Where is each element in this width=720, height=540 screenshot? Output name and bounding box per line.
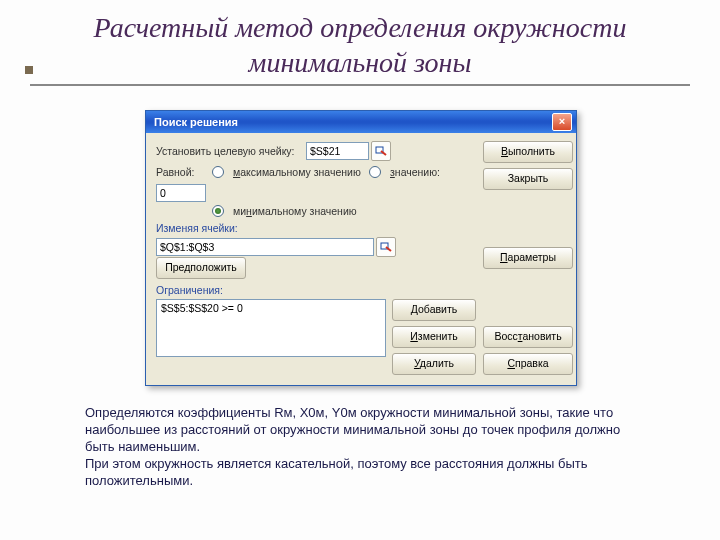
help-button[interactable]: Справка [483, 353, 573, 375]
constraints-label: Ограничения: [156, 284, 477, 296]
suggest-button[interactable]: Предположить [156, 257, 246, 279]
dialog-right-panel: Выполнить Закрыть Параметры Восстановить… [477, 141, 568, 375]
dialog-titlebar[interactable]: Поиск решения × [146, 111, 576, 133]
edit-button[interactable]: Изменить [392, 326, 476, 348]
title-divider [30, 84, 690, 86]
ref-picker-icon-2[interactable] [376, 237, 396, 257]
target-cell-label: Установить целевую ячейку: [156, 145, 306, 157]
delete-button[interactable]: Удалить [392, 353, 476, 375]
dialog-left-panel: Установить целевую ячейку: Равной: ммакс… [156, 141, 477, 375]
radio-value[interactable] [369, 166, 381, 178]
dialog-title: Поиск решения [154, 116, 552, 128]
slide-bullet [25, 66, 33, 74]
value-input[interactable] [156, 184, 206, 202]
radio-max[interactable] [212, 166, 224, 178]
constraints-list[interactable]: $S$5:$S$20 >= 0 [156, 299, 386, 357]
changing-cells-label: Изменяя ячейки: [156, 222, 477, 234]
target-cell-input[interactable] [306, 142, 369, 160]
params-button[interactable]: Параметры [483, 247, 573, 269]
ref-picker-icon[interactable] [371, 141, 391, 161]
close-button[interactable]: Закрыть [483, 168, 573, 190]
solver-dialog: Поиск решения × Установить целевую ячейк… [145, 110, 577, 386]
slide-title: Расчетный метод определения окружности м… [0, 0, 720, 80]
add-button[interactable]: Добавить [392, 299, 476, 321]
changing-cells-input[interactable] [156, 238, 374, 256]
description-p1: Определяются коэффициенты Rм, X0м, Y0м о… [85, 405, 645, 456]
restore-button[interactable]: Восстановить [483, 326, 573, 348]
close-icon[interactable]: × [552, 113, 572, 131]
opt-min-label: минимальному значению [233, 205, 357, 217]
opt-max-label: ммаксимальному значениюаксимальному знач… [233, 166, 363, 178]
description-p2: При этом окружность является касательной… [85, 456, 645, 490]
radio-min[interactable] [212, 205, 224, 217]
opt-value-label: значению: [390, 166, 445, 178]
run-button[interactable]: Выполнить [483, 141, 573, 163]
dialog-body: Установить целевую ячейку: Равной: ммакс… [146, 133, 576, 385]
equal-label: Равной: [156, 166, 206, 178]
description-text: Определяются коэффициенты Rм, X0м, Y0м о… [85, 405, 645, 489]
